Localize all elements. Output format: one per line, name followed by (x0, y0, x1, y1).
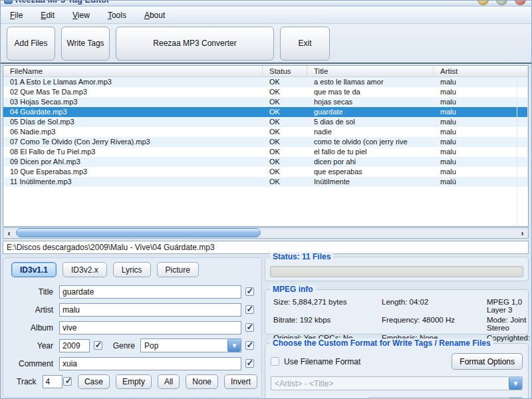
track-label: Track (3, 377, 43, 386)
mpeg-info-item: Bitrate: 192 kbps (273, 316, 382, 332)
cell-status: OK (263, 77, 307, 87)
cell-file: 04 Guárdate.mp3 (3, 107, 263, 117)
reezaa-mp3-converter-button[interactable]: Reezaa MP3 Converter (116, 27, 274, 61)
year-input[interactable] (59, 339, 90, 352)
list-divider (517, 77, 517, 226)
use-filename-format-checkbox[interactable] (271, 357, 279, 366)
scroll-left-icon[interactable]: ‹ (3, 228, 15, 238)
cell-artist: malu (434, 117, 528, 127)
track-input[interactable] (43, 375, 63, 388)
scroll-right-icon[interactable]: › (517, 228, 528, 238)
table-row[interactable]: 08 El Fallo de Tu Piel.mp3OKel fallo de … (3, 147, 528, 157)
table-row[interactable]: 01 A Esto Le Llamas Amor.mp3OKa esto le … (3, 77, 528, 87)
table-row[interactable]: 10 Que Esperabas.mp3OKque esperabasmalu (3, 167, 528, 177)
table-row[interactable]: 07 Como Te Olvido (Con Jerry Rivera).mp3… (3, 137, 528, 147)
mpeg-info-item: Size: 5,884,271 bytes (273, 298, 382, 314)
use-filename-format-label: Use Filename Format (284, 357, 360, 366)
menu-view[interactable]: View (72, 11, 90, 20)
artist-checkbox[interactable] (245, 305, 254, 314)
table-row[interactable]: 04 Guárdate.mp3OKguardatemalu (3, 107, 528, 117)
cell-title: hojas secas (307, 97, 434, 107)
table-row[interactable]: 11 Inútilmente.mp3OKInútilmentemalú (3, 177, 528, 187)
track-row: Track CaseEmptyAllNoneInvert (3, 372, 261, 390)
menu-about[interactable]: About (144, 11, 165, 20)
tab-lyrics[interactable]: Lyrics (113, 262, 151, 277)
case-button[interactable]: Case (78, 374, 110, 389)
mpeg-info-groupbox: MPEG info Size: 5,884,271 bytesLength: 0… (265, 289, 529, 334)
filename-format-dropdown[interactable]: <Artist> - <Title> ▼ (271, 376, 523, 390)
cell-artist: malu (434, 137, 528, 147)
menu-bar: FileEditViewToolsAbout (1, 7, 531, 24)
maximize-button[interactable] (496, 1, 507, 5)
cell-title: guardate (307, 107, 434, 117)
cell-artist: malu (434, 77, 528, 87)
column-header-status[interactable]: Status (263, 66, 307, 77)
exit-button[interactable]: Exit (280, 27, 330, 61)
cell-file: 07 Como Te Olvido (Con Jerry Rivera).mp3 (3, 137, 263, 147)
genre-dropdown[interactable]: Pop ▼ (140, 338, 241, 352)
current-file-path[interactable] (3, 241, 529, 254)
file-list-header[interactable]: FileNameStatusTitleArtist (3, 66, 528, 77)
table-row[interactable]: 05 Días de Sol.mp3OK5 dias de solmalu (3, 117, 528, 127)
path-bar (3, 241, 529, 254)
tab-id3v1-1[interactable]: ID3v1.1 (11, 262, 57, 277)
column-header-artist[interactable]: Artist (434, 66, 528, 77)
chevron-down-icon[interactable]: ▼ (509, 377, 522, 390)
mpeg-info-item: Mode: Joint Stereo (487, 316, 530, 332)
table-row[interactable]: 02 Que Mas Te Da.mp3OKque mas te damalu (3, 87, 528, 97)
title-bar: Reezaa MP3 Tag Editor (1, 1, 531, 7)
cell-title: nadie (307, 127, 434, 137)
none-button[interactable]: None (186, 374, 218, 389)
cell-title: dicen por ahi (307, 157, 434, 167)
genre-checkbox[interactable] (245, 341, 254, 350)
invert-button[interactable]: Invert (224, 374, 257, 389)
add-files-button[interactable]: Add Files (7, 27, 55, 61)
menu-edit[interactable]: Edit (41, 11, 55, 20)
genre-value: Pop (141, 341, 227, 350)
artist-input[interactable] (59, 303, 241, 317)
title-checkbox[interactable] (245, 287, 254, 296)
cell-file: 09 Dicen por Ahí.mp3 (3, 157, 263, 167)
year-checkbox[interactable] (94, 341, 102, 350)
cell-title: el fallo de tu piel (307, 147, 434, 157)
empty-button[interactable]: Empty (116, 374, 152, 389)
table-row[interactable]: 09 Dicen por Ahí.mp3OKdicen por ahimalu (3, 157, 528, 167)
scrollbar-thumb[interactable] (16, 228, 261, 237)
tag-tabs: ID3v1.1ID3v2.xLyricsPicture (3, 258, 261, 277)
title-field-row: Title (3, 283, 261, 301)
table-row[interactable]: 03 Hojas Secas.mp3OKhojas secasmalu (3, 97, 528, 107)
close-button[interactable] (515, 1, 526, 5)
tab-picture[interactable]: Picture (157, 262, 199, 277)
tab-id3v2-x[interactable]: ID3v2.x (63, 262, 107, 277)
window-title: Reezaa MP3 Tag Editor (15, 1, 110, 5)
column-header-title[interactable]: Title (307, 66, 434, 77)
album-input[interactable] (59, 321, 241, 334)
horizontal-scrollbar[interactable]: ‹ › (3, 227, 529, 239)
write-tags-button[interactable]: Write Tags (61, 27, 110, 61)
album-checkbox[interactable] (245, 323, 254, 332)
chevron-down-icon[interactable]: ▼ (227, 339, 241, 352)
cell-artist: malú (434, 177, 528, 187)
cell-status: OK (263, 157, 307, 167)
toolbar: Add FilesWrite TagsReezaa MP3 ConverterE… (1, 24, 531, 64)
all-button[interactable]: All (158, 374, 180, 389)
album-label: Album (3, 323, 59, 332)
cell-artist: malu (434, 107, 528, 117)
comment-checkbox[interactable] (245, 359, 254, 368)
cell-artist: malu (434, 147, 528, 157)
menu-file[interactable]: File (10, 11, 23, 20)
minimize-button[interactable] (477, 1, 489, 5)
table-row[interactable]: 06 Nadie.mp3OKnadiemalu (3, 127, 528, 137)
column-header-filename[interactable]: FileName (3, 66, 263, 77)
comment-input[interactable] (59, 357, 241, 370)
scrollbar-track[interactable] (15, 228, 517, 238)
menu-tools[interactable]: Tools (108, 11, 126, 20)
track-checkbox[interactable] (63, 377, 72, 386)
title-input[interactable] (59, 285, 241, 299)
cell-artist: malu (434, 127, 528, 137)
cell-status: OK (263, 107, 307, 117)
format-options-button[interactable]: Format Options (452, 353, 523, 370)
info-panel: Status: 11 Files MPEG info Size: 5,884,2… (265, 255, 529, 398)
file-list[interactable]: FileNameStatusTitleArtist 01 A Esto Le L… (3, 65, 529, 227)
progress-bar (270, 266, 523, 277)
